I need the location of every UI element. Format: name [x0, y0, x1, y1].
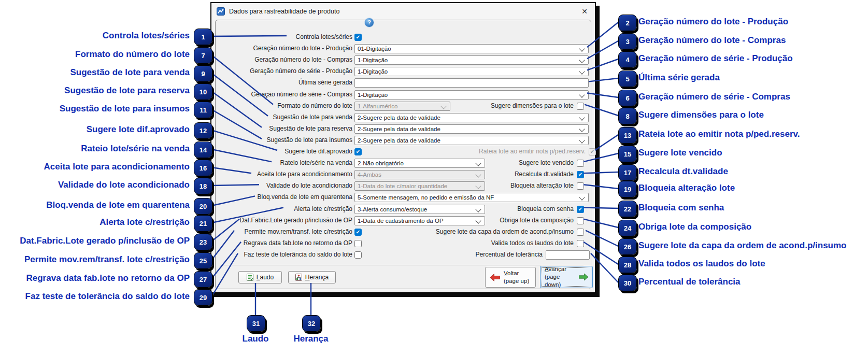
callout-label-sugestao-de-lote-para-venda: Sugestão de lote para venda [0, 67, 190, 78]
callout-badge-22: 22 [618, 201, 637, 217]
geracao-numero-do-lote-compras-value: 1-Digitação [358, 57, 388, 63]
obriga-lote-da-composicao-label: Obriga lote da composição [418, 217, 574, 224]
callout-badge-6: 6 [618, 90, 637, 106]
callout-badge-19: 19 [618, 181, 637, 197]
regrava-data-fab-lote-no-retorno-da-op-checkbox[interactable]: ✔ [354, 240, 362, 247]
bloqueia-com-senha-checkbox[interactable]: ✔ [577, 206, 584, 213]
callout-badge-16: 16 [194, 160, 212, 176]
regrava-data-fab-lote-no-retorno-da-op-label: Regrava data fab.lote no retorno da OP [219, 239, 352, 247]
callout-label-ultima-serie-gerada: Última série gerada [638, 73, 720, 83]
sugere-dimensoes-para-o-lote-label: Sugere dimensões para o lote [418, 102, 574, 109]
avancar-button-sublabel: (page down) [545, 273, 575, 289]
rateia-lote-ao-emitir-nota-p-ped-reserv-label: Rateia lote ao emitir nota p/ped.reserv. [430, 148, 586, 155]
sugere-dimensoes-para-o-lote-checkbox[interactable]: ✔ [577, 103, 584, 110]
callout-badge-29: 29 [194, 289, 212, 306]
aceita-lote-para-acondicionamento-label: Aceita lote para acondicionamento [219, 171, 352, 178]
callout-badge-25: 25 [194, 252, 212, 269]
back-arrow-icon [490, 274, 500, 281]
callout-label-percentual-de-tolerancia: Percentual de tolerância [638, 277, 741, 287]
geracao-numero-de-serie-producao-select[interactable]: 1-Digitação [354, 67, 589, 76]
avancar-page-down-button[interactable]: Avançar (page down) [540, 266, 593, 288]
callout-badge-17: 17 [618, 164, 637, 181]
chevron-down-icon [579, 46, 585, 51]
rateio-lote-serie-na-venda-label: Rateio lote/série na venda [219, 159, 352, 166]
callout-label-aceita-lote-para-acondicionamento: Aceita lote para acondicionamento [0, 162, 190, 172]
callout-label-heranca: Herança [269, 334, 352, 344]
sugere-lote-dif-aprovado-label: Sugere lote dif.aprovado [219, 148, 352, 155]
controla-lotes-series-checkbox[interactable]: ✔ [354, 34, 362, 41]
recalcula-dt-validade-label: Recalcula dt.validade [418, 171, 574, 178]
annotated-screenshot-canvas: Dados para rastreabilidade de produto ✕ … [0, 0, 868, 355]
valida-todos-os-laudos-do-lote-checkbox[interactable]: ✔ [577, 240, 584, 247]
callout-badge-2: 2 [618, 15, 637, 31]
geracao-numero-do-lote-producao-value: 01-Digitação [358, 46, 391, 52]
sugestao-de-lote-para-venda-value: 2-Sugere pela data de validade [358, 115, 440, 121]
button-separator [223, 265, 584, 265]
callout-label-sugere-lote-vencido: Sugere lote vencido [638, 148, 722, 158]
obriga-lote-da-composicao-checkbox[interactable]: ✔ [577, 217, 584, 224]
bloq-venda-de-lote-em-quarentena-select[interactable]: 5-Somente mensagem, no pedido e emissão … [354, 193, 589, 202]
valida-todos-os-laudos-do-lote-label: Valida todos os laudos do lote [418, 239, 574, 247]
callout-label-geracao-numero-de-serie-producao: Geração número de série - Produção [638, 53, 793, 64]
percentual-de-tolerancia-input[interactable] [546, 250, 590, 260]
callout-label-sugere-lote-da-capa-da-ordem-de-acond-p-insumo: Sugere lote da capa da ordem de acond.p/… [638, 240, 846, 251]
geracao-numero-de-serie-compras-value: 1-Digitação [358, 92, 388, 98]
geracao-numero-de-serie-producao-label: Geração número de série - Produção [219, 67, 352, 75]
check-icon: ✔ [577, 206, 584, 212]
sugestao-de-lote-para-reserva-select[interactable]: 2-Sugere pela data de validade [354, 124, 589, 134]
geracao-numero-de-serie-compras-select[interactable]: 1-Digitação [354, 90, 589, 100]
chevron-down-icon [579, 126, 585, 132]
validade-do-lote-acondicionado-label: Validade do lote acondicionado [219, 182, 352, 189]
recalcula-dt-validade-checkbox[interactable]: ✔ [577, 171, 584, 178]
callout-badge-31: 31 [247, 315, 265, 332]
callout-label-geracao-numero-do-lote-compras: Geração número do lote - Compras [638, 35, 786, 46]
callout-label-obriga-lote-da-composicao: Obriga lote da composição [638, 222, 751, 232]
callout-badge-9: 9 [194, 65, 212, 82]
permite-mov-rem-transf-lote-c-restricao-checkbox[interactable]: ✔ [354, 229, 362, 236]
geracao-numero-do-lote-compras-select[interactable]: 1-Digitação [354, 55, 589, 65]
callout-badge-21: 21 [194, 215, 212, 232]
alerta-lote-c-restricao-label: Alerta lote c/restrição [219, 205, 352, 212]
voltar-page-up-button[interactable]: Voltar (page up) [485, 267, 536, 288]
percentual-de-tolerancia-label: Percentual de tolerância [387, 251, 543, 258]
sugestao-de-lote-para-venda-select[interactable]: 2-Sugere pela data de validade [354, 113, 589, 122]
laudo-button[interactable]: Laudo [238, 271, 282, 283]
check-icon: ✔ [355, 229, 361, 235]
title-bar: Dados para rastreabilidade de produto ✕ [211, 3, 595, 20]
callout-badge-27: 27 [194, 271, 212, 288]
chevron-down-icon [579, 115, 585, 120]
formato-do-numero-do-lote-value: 1-Alfanumérico [358, 103, 397, 109]
callout-label-validade-do-lote-acondicionado: Validade do lote acondicionado [0, 180, 190, 190]
sugestao-de-lote-para-insumos-select[interactable]: 2-Sugere pela data de validade [354, 136, 589, 145]
callout-badge-23: 23 [194, 234, 212, 250]
faz-teste-de-tolerancia-do-saldo-do-lote-checkbox[interactable]: ✔ [354, 251, 362, 259]
alerta-lote-c-restricao-value: 3-Alerta consumo/estoque [358, 206, 427, 212]
sugestao-de-lote-para-reserva-value: 2-Sugere pela data de validade [358, 126, 440, 132]
help-icon[interactable]: ? [364, 18, 374, 27]
heranca-button[interactable]: Herança [288, 271, 336, 283]
callout-label-bloqueia-alteracao-lote: Bloqueia alteração lote [638, 183, 735, 193]
chevron-down-icon [579, 69, 585, 75]
close-icon[interactable]: ✕ [578, 5, 591, 18]
bloq-venda-de-lote-em-quarentena-value: 5-Somente mensagem, no pedido e emissão … [358, 194, 494, 201]
chevron-down-icon [579, 58, 585, 63]
rateio-lote-serie-na-venda-value: 2-Não obrigatório [358, 160, 404, 166]
chevron-down-icon [579, 137, 585, 143]
dialog-window: Dados para rastreabilidade de produto ✕ … [210, 2, 596, 293]
callout-label-permite-mov-rem-transf-lote-c-restricao: Permite mov.rem/transf. lote c/restrição [0, 254, 190, 265]
callout-label-alerta-lote-c-restricao: Alerta lote c/restrição [0, 217, 190, 228]
check-icon: ✔ [355, 149, 361, 155]
geracao-numero-do-lote-producao-select[interactable]: 01-Digitação [354, 44, 589, 53]
callout-badge-5: 5 [618, 70, 637, 87]
bloqueia-alteracao-lote-checkbox[interactable]: ✔ [577, 182, 584, 190]
callout-badge-30: 30 [618, 275, 637, 291]
ultima-serie-gerada-input[interactable] [354, 78, 589, 88]
callout-label-valida-todos-os-laudos-do-lote: Valida todos os laudos do lote [638, 259, 765, 269]
sugere-lote-da-capa-da-ordem-de-acond-p-insumo-checkbox[interactable]: ✔ [577, 229, 584, 236]
faz-teste-de-tolerancia-do-saldo-do-lote-label: Faz teste de tolerância do saldo do lote [219, 251, 352, 258]
dialog-content-panel: Laudo Herança [215, 20, 591, 289]
callout-badge-18: 18 [194, 178, 212, 194]
sugere-lote-vencido-checkbox[interactable]: ✔ [577, 160, 584, 167]
sugere-lote-dif-aprovado-checkbox[interactable]: ✔ [354, 148, 362, 155]
callout-badge-24: 24 [618, 220, 637, 236]
